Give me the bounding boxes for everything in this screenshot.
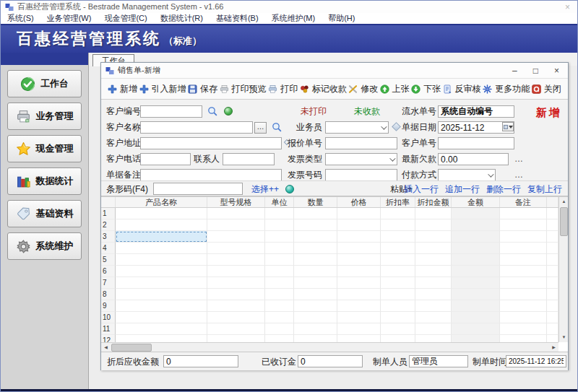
scroll-down-icon[interactable]: ▼ [559,333,569,342]
serial-input[interactable] [438,105,514,118]
grid-cell[interactable] [337,254,381,266]
grid-cell[interactable] [500,231,547,243]
grid-cell[interactable] [207,208,265,219]
grid-cell[interactable] [415,243,452,254]
grid-cell[interactable] [337,266,381,277]
deposit-input[interactable] [298,355,363,367]
customer-no-input[interactable] [140,105,202,118]
grid-cell[interactable] [452,312,500,323]
grid-cell[interactable] [294,289,337,300]
save-button[interactable]: 保存 [188,83,217,95]
grid-cell[interactable] [294,266,337,277]
grid-cell[interactable] [500,266,547,277]
grid-cell[interactable] [547,219,558,231]
append-row-link[interactable]: 追加一行 [445,183,480,196]
grid-cell[interactable] [415,289,452,300]
grid-cell[interactable] [452,277,500,289]
grid-cell[interactable] [294,300,337,312]
sidebar-item-business[interactable]: 业务管理 [7,103,82,130]
grid-cell[interactable] [415,277,452,289]
grid-cell[interactable] [294,277,337,289]
close-button[interactable]: 关闭 [532,83,561,95]
row-number[interactable]: 10 [101,312,116,323]
import-new-button[interactable]: 引入新增 [139,83,186,95]
grid-cell[interactable] [116,300,207,312]
customer-name-input[interactable] [140,121,253,134]
grid-cell[interactable] [381,231,415,243]
vscroll-thumb[interactable] [560,207,568,236]
menu-basedata[interactable]: 基础资料(B) [210,13,265,24]
row-number[interactable]: 6 [101,266,116,277]
more-functions-button[interactable]: 更多功能 [483,83,530,95]
grid-cell[interactable] [452,243,500,254]
grid-cell[interactable] [500,243,547,254]
grid-cell[interactable] [207,243,265,254]
grid-cell[interactable] [265,323,294,335]
browse-button[interactable]: … [254,122,267,134]
mark-paid-button[interactable]: 标记收款 [300,83,347,95]
grid-cell[interactable] [415,300,452,312]
grid-cell[interactable] [547,289,558,300]
grid-cell[interactable] [265,219,294,231]
grid-cell[interactable] [116,243,207,254]
grid-cell[interactable] [500,254,547,266]
close-icon[interactable]: × [562,3,573,12]
grid-cell[interactable] [415,266,452,277]
grid-cell[interactable] [116,312,207,323]
grid-cell[interactable] [452,208,500,219]
grid-cell[interactable] [207,312,265,323]
grid-cell[interactable] [265,243,294,254]
unaudit-button[interactable]: 反审核 [443,83,481,95]
grid-cell[interactable] [547,277,558,289]
print-button[interactable]: 打印 [268,83,298,95]
row-number[interactable]: 3 [101,231,116,243]
payment-select[interactable] [438,169,496,181]
grid-cell[interactable] [265,208,294,219]
grid-cell[interactable] [207,254,265,266]
menu-maintenance[interactable]: 系统维护(M) [265,13,322,24]
horizontal-scrollbar[interactable]: ◀ ▶ [101,342,558,352]
sidebar-item-maintenance[interactable]: 系统维护 [7,232,82,260]
grid-cell[interactable] [294,219,337,231]
grid-cell[interactable] [337,312,381,323]
barcode-input[interactable] [153,183,243,195]
menu-business[interactable]: 业务管理(W) [40,13,98,24]
salesman-select[interactable] [325,121,389,134]
grid-cell[interactable] [415,254,452,266]
grid-cell[interactable] [337,300,381,312]
grid-cell[interactable] [452,219,500,231]
customer-addr-input[interactable] [140,137,282,149]
grid-cell[interactable] [452,323,500,335]
grid-cell[interactable] [116,277,207,289]
grid-cell[interactable] [547,254,558,266]
grid-cell[interactable] [547,208,558,219]
grid-cell[interactable] [207,289,265,300]
grid-cell[interactable] [265,312,294,323]
grid-cell[interactable] [547,300,558,312]
grid-cell[interactable] [265,254,294,266]
maximize-icon[interactable]: □ [533,66,538,76]
sidebar-item-basedata[interactable]: 基础资料 [7,200,82,227]
grid-cell[interactable] [207,277,265,289]
menu-help[interactable]: 帮助(H) [322,13,361,24]
row-number[interactable]: 9 [101,300,116,312]
grid-cell[interactable] [452,289,500,300]
grid-cell[interactable] [265,289,294,300]
minimize-icon[interactable]: – [512,66,517,76]
grid-cell[interactable] [207,323,265,335]
close-icon[interactable]: × [554,66,559,76]
grid-cell[interactable] [547,323,558,335]
grid-cell[interactable] [337,208,381,219]
new-button[interactable]: 新增 [108,83,137,95]
grid-cell[interactable] [381,323,415,335]
grid-cell[interactable] [337,219,381,231]
grid-cell[interactable] [500,289,547,300]
grid-cell[interactable] [207,219,265,231]
row-number[interactable]: 2 [101,219,116,231]
grid-cell[interactable] [452,231,500,243]
grid-cell[interactable] [265,266,294,277]
total-input[interactable] [163,355,238,367]
grid-cell[interactable] [452,300,500,312]
payment-more[interactable]: … [514,169,523,181]
grid-cell[interactable] [337,243,381,254]
